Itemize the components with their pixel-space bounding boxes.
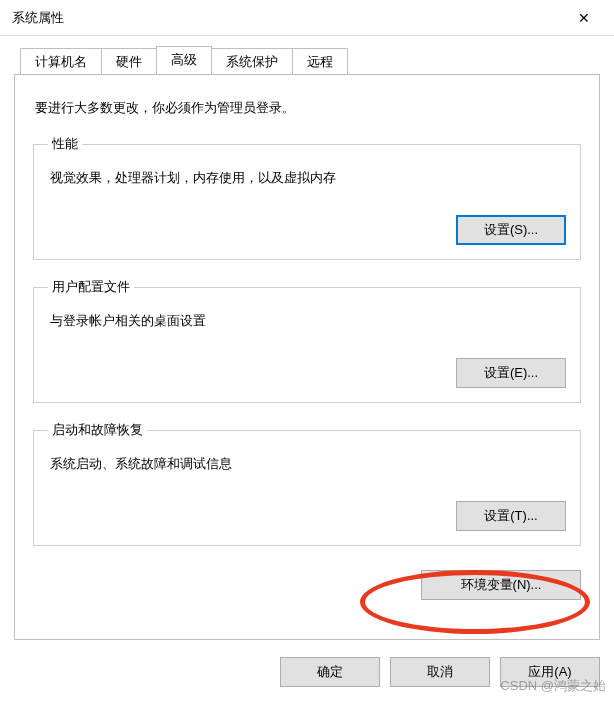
cancel-button[interactable]: 取消: [390, 657, 490, 687]
window-title: 系统属性: [12, 9, 562, 27]
env-var-row: 环境变量(N)...: [33, 570, 581, 600]
group-user-profiles: 用户配置文件 与登录帐户相关的桌面设置 设置(E)...: [33, 278, 581, 403]
group-user-profiles-desc: 与登录帐户相关的桌面设置: [50, 312, 566, 330]
titlebar: 系统属性 ✕: [0, 0, 614, 36]
tab-remote[interactable]: 远程: [292, 48, 348, 75]
group-performance-desc: 视觉效果，处理器计划，内存使用，以及虚拟内存: [50, 169, 566, 187]
group-user-profiles-legend: 用户配置文件: [48, 278, 134, 296]
apply-button[interactable]: 应用(A): [500, 657, 600, 687]
environment-variables-button[interactable]: 环境变量(N)...: [421, 570, 581, 600]
tab-hardware[interactable]: 硬件: [101, 48, 157, 75]
tab-computer-name[interactable]: 计算机名: [20, 48, 102, 75]
admin-notice: 要进行大多数更改，你必须作为管理员登录。: [35, 99, 581, 117]
tab-advanced[interactable]: 高级: [156, 46, 212, 74]
content-area: 计算机名 硬件 高级 系统保护 远程 要进行大多数更改，你必须作为管理员登录。 …: [0, 36, 614, 640]
group-startup-recovery-legend: 启动和故障恢复: [48, 421, 147, 439]
group-performance: 性能 视觉效果，处理器计划，内存使用，以及虚拟内存 设置(S)...: [33, 135, 581, 260]
group-performance-legend: 性能: [48, 135, 82, 153]
startup-recovery-settings-button[interactable]: 设置(T)...: [456, 501, 566, 531]
dialog-footer: 确定 取消 应用(A): [280, 657, 600, 687]
performance-settings-button[interactable]: 设置(S)...: [456, 215, 566, 245]
tab-panel-advanced: 要进行大多数更改，你必须作为管理员登录。 性能 视觉效果，处理器计划，内存使用，…: [14, 74, 600, 640]
group-startup-recovery-desc: 系统启动、系统故障和调试信息: [50, 455, 566, 473]
user-profiles-settings-button[interactable]: 设置(E)...: [456, 358, 566, 388]
close-button[interactable]: ✕: [562, 3, 606, 33]
system-properties-window: 系统属性 ✕ 计算机名 硬件 高级 系统保护 远程 要进行大多数更改，你必须作为…: [0, 0, 614, 701]
group-startup-recovery: 启动和故障恢复 系统启动、系统故障和调试信息 设置(T)...: [33, 421, 581, 546]
close-icon: ✕: [578, 10, 590, 26]
ok-button[interactable]: 确定: [280, 657, 380, 687]
tab-strip: 计算机名 硬件 高级 系统保护 远程: [20, 46, 600, 74]
tab-system-protection[interactable]: 系统保护: [211, 48, 293, 75]
